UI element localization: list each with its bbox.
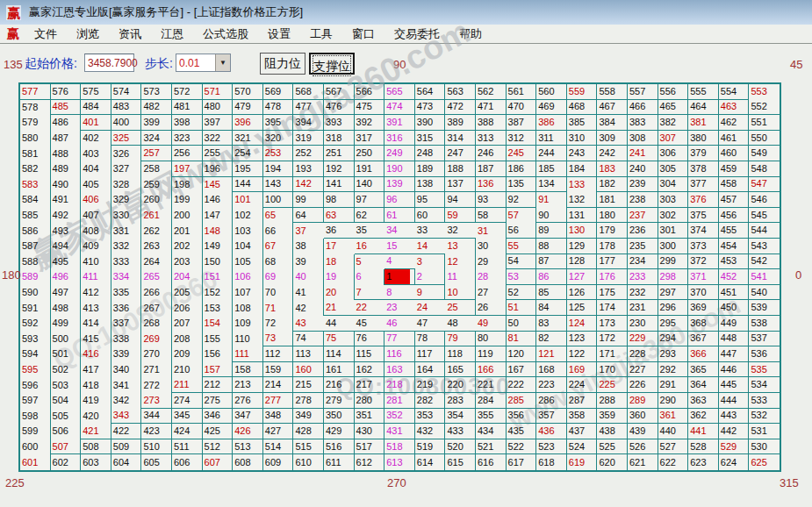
grid-cell[interactable]: 222 [507, 377, 537, 393]
grid-cell[interactable]: 301 [658, 223, 689, 239]
grid-cell[interactable]: 145 [203, 177, 234, 193]
grid-cell[interactable]: 349 [293, 409, 324, 425]
grid-cell[interactable]: 442 [719, 424, 750, 439]
grid-cell[interactable]: 608 [233, 454, 263, 470]
resistance-button[interactable]: 阻力位 [260, 53, 305, 75]
grid-cell[interactable]: 553 [749, 84, 780, 100]
grid-cell[interactable]: 132 [567, 192, 598, 208]
grid-cell[interactable]: 264 [141, 254, 172, 270]
grid-cell[interactable]: 401 [81, 115, 111, 131]
grid-cell[interactable]: 265 [141, 269, 172, 285]
grid-cell[interactable]: 9 [415, 285, 446, 301]
grid-cell[interactable]: 514 [263, 439, 294, 455]
grid-cell[interactable]: 462 [719, 115, 750, 131]
grid-cell[interactable]: 362 [688, 409, 719, 425]
grid-cell[interactable]: 431 [384, 424, 415, 439]
grid-cell[interactable]: 113 [293, 346, 324, 362]
grid-cell[interactable]: 624 [719, 454, 750, 470]
grid-cell[interactable]: 577 [20, 84, 51, 100]
grid-cell[interactable]: 582 [20, 161, 51, 177]
grid-cell[interactable]: 526 [628, 439, 658, 455]
grid-cell[interactable]: 19 [324, 269, 355, 285]
grid-cell[interactable]: 117 [415, 346, 446, 362]
grid-cell[interactable]: 219 [415, 377, 446, 393]
grid-cell[interactable]: 319 [293, 131, 324, 146]
grid-cell[interactable]: 592 [20, 316, 51, 332]
grid-cell[interactable]: 510 [141, 439, 172, 455]
grid-cell[interactable]: 374 [688, 223, 719, 239]
grid-cell[interactable]: 606 [172, 454, 203, 470]
grid-cell[interactable]: 200 [172, 208, 203, 224]
grid-cell[interactable]: 359 [597, 409, 628, 425]
grid-cell[interactable]: 297 [658, 285, 689, 301]
grid-cell[interactable]: 555 [688, 84, 719, 100]
grid-cell[interactable]: 467 [597, 100, 628, 116]
grid-cell[interactable]: 571 [203, 84, 234, 100]
grid-cell[interactable]: 191 [355, 161, 385, 177]
grid-cell[interactable]: 241 [628, 146, 658, 161]
grid-cell[interactable]: 48 [445, 316, 476, 332]
grid-cell[interactable]: 476 [324, 100, 355, 116]
grid-cell[interactable]: 379 [688, 146, 719, 161]
grid-cell[interactable]: 336 [111, 300, 142, 316]
grid-cell[interactable]: 453 [719, 254, 750, 270]
grid-cell[interactable]: 211 [172, 377, 203, 393]
grid-cell[interactable]: 194 [263, 161, 294, 177]
grid-cell[interactable]: 170 [597, 362, 628, 378]
grid-cell[interactable]: 263 [141, 239, 172, 254]
menu-item-formula-stock-pick[interactable]: 公式选股 [193, 26, 258, 42]
grid-cell[interactable]: 95 [415, 192, 446, 208]
grid-cell[interactable]: 205 [172, 285, 203, 301]
grid-cell[interactable]: 356 [507, 409, 537, 425]
grid-cell[interactable]: 204 [172, 269, 203, 285]
grid-cell[interactable]: 189 [415, 161, 446, 177]
grid-cell[interactable]: 100 [263, 192, 294, 208]
grid-cell[interactable]: 85 [536, 285, 567, 301]
grid-cell[interactable]: 148 [203, 223, 234, 239]
grid-cell[interactable]: 83 [536, 316, 567, 332]
grid-cell[interactable]: 354 [445, 409, 476, 425]
grid-cell[interactable]: 216 [324, 377, 355, 393]
grid-cell[interactable]: 109 [233, 316, 263, 332]
grid-cell[interactable]: 426 [233, 424, 263, 439]
grid-cell[interactable]: 12 [445, 254, 476, 270]
grid-cell[interactable]: 524 [567, 439, 598, 455]
grid-cell[interactable]: 310 [567, 131, 598, 146]
grid-cell[interactable]: 404 [81, 161, 111, 177]
grid-cell[interactable]: 534 [749, 377, 780, 393]
grid-cell[interactable]: 433 [445, 424, 476, 439]
grid-cell[interactable]: 357 [536, 409, 567, 425]
grid-cell[interactable]: 130 [567, 223, 598, 239]
grid-cell[interactable]: 537 [749, 332, 780, 347]
grid-cell[interactable]: 165 [445, 362, 476, 378]
grid-cell[interactable]: 554 [719, 84, 750, 100]
grid-cell[interactable]: 568 [293, 84, 324, 100]
grid-cell[interactable]: 432 [415, 424, 446, 439]
grid-cell[interactable]: 344 [141, 409, 172, 425]
grid-cell[interactable]: 604 [111, 454, 142, 470]
grid-cell[interactable]: 559 [567, 84, 598, 100]
grid-cell[interactable]: 62 [355, 208, 385, 224]
grid-cell[interactable]: 390 [415, 115, 446, 131]
menu-item-browse[interactable]: 浏览 [67, 26, 109, 42]
grid-cell[interactable]: 199 [172, 192, 203, 208]
grid-cell[interactable]: 7 [355, 285, 385, 301]
grid-cell[interactable]: 601 [20, 454, 51, 470]
grid-cell[interactable]: 51 [507, 300, 537, 316]
grid-cell[interactable]: 89 [536, 223, 567, 239]
grid-cell[interactable]: 550 [749, 131, 780, 146]
grid-cell[interactable]: 599 [20, 424, 51, 439]
grid-cell[interactable]: 428 [293, 424, 324, 439]
grid-cell[interactable]: 443 [719, 409, 750, 425]
grid-cell[interactable]: 81 [507, 332, 537, 347]
grid-cell[interactable]: 620 [597, 454, 628, 470]
grid-cell[interactable]: 451 [719, 285, 750, 301]
grid-cell[interactable]: 232 [628, 285, 658, 301]
grid-cell[interactable]: 104 [233, 239, 263, 254]
grid-cell[interactable]: 371 [688, 269, 719, 285]
grid-cell[interactable]: 240 [628, 161, 658, 177]
grid-cell[interactable]: 597 [20, 393, 51, 409]
grid-cell[interactable]: 529 [719, 439, 750, 455]
grid-cell[interactable]: 223 [536, 377, 567, 393]
grid-cell[interactable]: 288 [597, 393, 628, 409]
